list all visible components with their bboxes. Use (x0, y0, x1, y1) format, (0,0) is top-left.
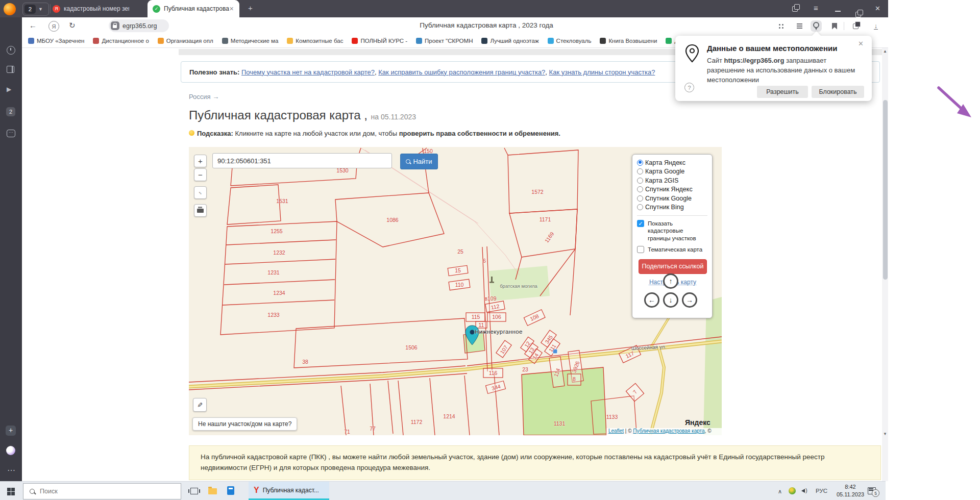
close-tab-icon[interactable]: ✕ (229, 6, 234, 12)
leaflet-link[interactable]: Leaflet (608, 428, 624, 434)
tabs-badge[interactable]: 2 (6, 107, 15, 116)
scroll-up-icon[interactable]: ▲ (882, 49, 888, 54)
url-field[interactable]: egrp365.org (109, 19, 169, 32)
pan-left-button[interactable]: ← (644, 292, 659, 308)
pan-right-button[interactable]: → (682, 292, 697, 308)
start-button[interactable] (7, 488, 15, 495)
alice-icon[interactable] (6, 446, 15, 455)
lock-icon[interactable] (111, 21, 119, 30)
yandex-maps-logo[interactable]: Яндекс (685, 418, 710, 427)
map-label: 114 (552, 367, 561, 378)
time: 8:42 (835, 483, 866, 491)
tab-cadastre-search[interactable]: Я кадастровый номер земе (53, 0, 145, 17)
bookmark-item[interactable]: Композитные бас (287, 38, 343, 44)
popup-title: Данные о вашем местоположении (707, 44, 837, 53)
bookmark-item[interactable]: Книга Возвышени (600, 38, 657, 44)
map-label: 344 (491, 383, 501, 391)
bookmark-item[interactable]: Методические ма (222, 38, 279, 44)
tray-expand-icon[interactable]: ∧ (778, 488, 782, 495)
map-layer-radio[interactable]: Карта 2GIS (637, 176, 712, 185)
back-icon[interactable]: ← (29, 21, 37, 30)
bookmark-item[interactable]: Дистанционное о (93, 38, 149, 44)
video-icon[interactable]: ▶ (7, 86, 11, 93)
checkbox-cadastral-borders[interactable]: ✓ Показать кадастровые границы участков (637, 220, 712, 242)
scrollbar[interactable]: ▲ ▼ (882, 48, 888, 481)
yandex-browser-logo-icon[interactable] (4, 3, 16, 15)
language-indicator[interactable]: РУС (816, 488, 827, 494)
file-explorer-icon[interactable] (208, 487, 217, 494)
panels-icon[interactable] (7, 66, 14, 73)
bookmark-item[interactable]: МБОУ «Заречнен (28, 38, 84, 44)
notification-badge: 5 (872, 489, 879, 497)
bookmark-flag-icon[interactable] (829, 20, 840, 32)
antivirus-tray-icon[interactable] (789, 487, 796, 494)
volume-icon[interactable] (801, 489, 805, 493)
bookmark-favicon (28, 38, 34, 44)
tab-public-cadastral-map[interactable]: ✓ Публичная кадастрова ✕ (148, 0, 239, 17)
pkk-link[interactable]: Публичная кадастровая карта (633, 428, 704, 434)
restore-button[interactable] (855, 12, 861, 17)
bookmark-item[interactable]: Стекловуаль (548, 38, 592, 44)
menu-icon[interactable]: ≡ (814, 4, 818, 12)
extensions-icon[interactable] (775, 20, 787, 32)
close-popup-icon[interactable]: ✕ (858, 40, 864, 47)
pan-up-button[interactable]: ↑ (663, 273, 678, 289)
location-permission-icon[interactable] (811, 20, 822, 32)
share-link-button[interactable]: Поделиться ссылкой (639, 259, 707, 274)
bookmark-item[interactable]: Лучший одноэтаж (481, 38, 538, 44)
refresh-icon[interactable]: ↻ (69, 21, 76, 30)
history-icon[interactable] (7, 46, 15, 55)
scrollbar-thumb[interactable] (883, 100, 888, 280)
scroll-down-icon[interactable]: ▼ (882, 432, 888, 436)
divider (844, 22, 844, 30)
block-button[interactable]: Блокировать (812, 86, 864, 98)
breadcrumb[interactable]: Россия → (189, 93, 219, 101)
cadastre-search-input[interactable] (212, 153, 392, 168)
add-icon[interactable]: + (6, 426, 16, 436)
bookmark-item[interactable]: Проект "СКРОМН (416, 38, 473, 44)
reading-list-icon[interactable] (794, 20, 805, 32)
download-icon[interactable]: ↓ (870, 20, 881, 32)
useful-label: Полезно знать: (189, 68, 239, 76)
taskbar-search-input[interactable] (39, 487, 153, 495)
new-tab-button[interactable]: + (248, 4, 253, 12)
tab-counter-button[interactable]: 2 ▼ (22, 3, 49, 16)
bookmark-item[interactable]: ПОЛНЫЙ КУРС - (352, 38, 407, 44)
map-layer-radio[interactable]: Спутник Яндекс (637, 185, 712, 194)
useful-link[interactable]: Как исправить ошибку расположения границ… (378, 68, 545, 76)
notifications-icon[interactable]: 5 (868, 487, 876, 494)
map-layer-radio[interactable]: Карта Google (637, 167, 712, 177)
cadastral-map[interactable]: 1501530153112551232123112341233108615721… (189, 147, 722, 435)
calculator-icon[interactable] (227, 486, 234, 495)
bookmark-item[interactable]: Организация опл (158, 38, 213, 44)
tab-groups-icon[interactable] (792, 6, 798, 12)
find-button[interactable]: Найти (400, 154, 438, 169)
fullscreen-button[interactable]: ⇔ (194, 186, 207, 199)
minimize-button[interactable] (835, 11, 841, 12)
taskbar-search[interactable] (23, 483, 181, 499)
map-layer-radio[interactable]: Спутник Google (637, 194, 712, 203)
more-icon[interactable]: ⋯ (7, 465, 16, 475)
zoom-out-button[interactable]: − (194, 168, 207, 181)
close-button[interactable]: ✕ (875, 5, 880, 12)
clock[interactable]: 8:42 05.11.2023 (835, 483, 866, 498)
draw-button[interactable]: ✎ (193, 398, 207, 412)
not-found-tooltip[interactable]: Не нашли участок/дом на карте? (192, 417, 297, 431)
print-button[interactable] (194, 204, 207, 217)
zoom-in-button[interactable]: + (194, 155, 207, 167)
map-label: 1506 (405, 344, 417, 351)
taskbar-active-app[interactable]: Y Публичная кадаст... (249, 482, 329, 498)
help-icon[interactable]: ? (684, 83, 694, 92)
useful-link[interactable]: Почему участка нет на кадастровой карте? (241, 68, 375, 76)
map-layer-radio[interactable]: Карта Яндекс (637, 158, 712, 167)
pan-down-button[interactable]: ↓ (663, 292, 678, 308)
map-layer-radio[interactable]: Спутник Bing (637, 203, 712, 212)
checkbox-thematic-map[interactable]: Тематическая карта (637, 246, 712, 253)
useful-link[interactable]: Как узнать длины сторон участка? (549, 68, 655, 76)
collections-icon[interactable] (850, 20, 861, 32)
map-label: 77 (370, 426, 376, 432)
messenger-icon[interactable]: ··· (7, 130, 15, 137)
allow-button[interactable]: Разрешить (757, 86, 808, 98)
task-view-icon[interactable] (190, 488, 198, 494)
yandex-button[interactable]: Я (48, 21, 59, 32)
